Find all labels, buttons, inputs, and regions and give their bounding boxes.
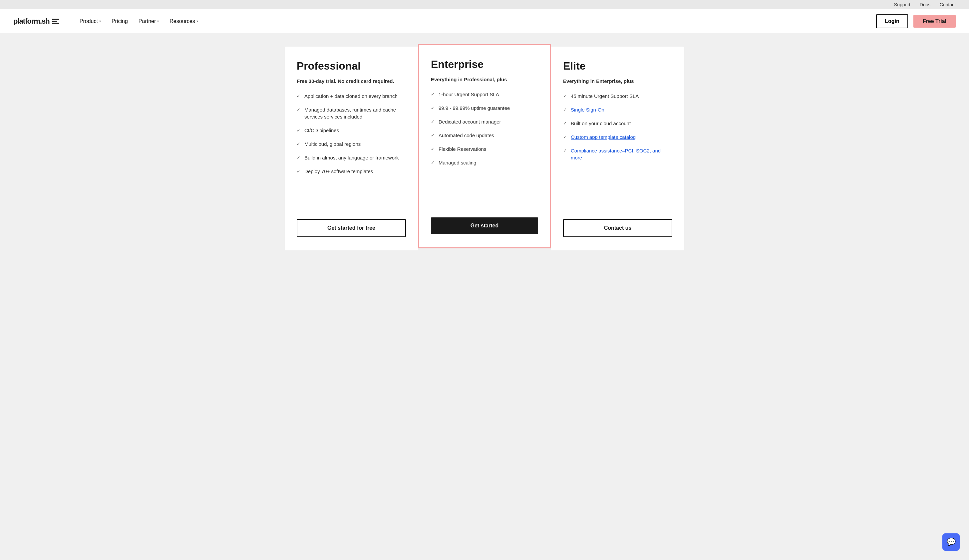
check-icon: ✓	[297, 168, 300, 174]
list-item: ✓ Compliance assistance–PCI, SOC2, and m…	[563, 147, 672, 161]
check-icon: ✓	[297, 141, 300, 147]
plan-name-elite: Elite	[563, 60, 672, 72]
check-icon: ✓	[563, 107, 567, 113]
list-item: ✓ Multicloud, global regions	[297, 141, 406, 148]
contact-us-button[interactable]: Contact us	[563, 219, 672, 237]
logo[interactable]: platform.sh	[13, 17, 59, 26]
check-icon: ✓	[431, 133, 435, 138]
check-icon: ✓	[297, 93, 300, 99]
feature-list-enterprise: ✓ 1-hour Urgent Support SLA ✓ 99.9 - 99.…	[431, 91, 538, 204]
check-icon: ✓	[563, 121, 567, 126]
plan-name-enterprise: Enterprise	[431, 58, 538, 71]
get-started-button[interactable]: Get started	[431, 218, 538, 234]
feature-list-elite: ✓ 45 minute Urgent Support SLA ✓ Single …	[563, 93, 672, 206]
check-icon: ✓	[297, 107, 300, 113]
plan-subtitle-elite: Everything in Enterprise, plus	[563, 78, 672, 85]
get-started-free-button[interactable]: Get started for free	[297, 219, 406, 237]
nav-pricing[interactable]: Pricing	[107, 16, 133, 27]
list-item: ✓ 99.9 - 99.99% uptime guarantee	[431, 105, 538, 111]
list-item: ✓ Dedicated account manager	[431, 118, 538, 125]
list-item: ✓ 1-hour Urgent Support SLA	[431, 91, 538, 98]
check-icon: ✓	[297, 128, 300, 133]
top-bar: Support Docs Contact	[0, 0, 969, 9]
list-item: ✓ Automated code updates	[431, 132, 538, 139]
check-icon: ✓	[563, 93, 567, 99]
plan-subtitle-enterprise: Everything in Professional, plus	[431, 76, 538, 83]
nav-product[interactable]: Product ▾	[75, 16, 106, 27]
check-icon: ✓	[431, 91, 435, 98]
chevron-down-icon: ▾	[157, 19, 159, 23]
docs-link[interactable]: Docs	[920, 2, 931, 7]
list-item: ✓ Built on your cloud account	[563, 120, 672, 127]
chevron-down-icon: ▾	[196, 19, 198, 23]
navbar: platform.sh Product ▾ Pricing Partner ▾ …	[0, 9, 969, 33]
contact-link[interactable]: Contact	[940, 2, 956, 7]
plan-professional: Professional Free 30-day trial. No credi…	[285, 47, 418, 250]
nav-resources[interactable]: Resources ▾	[165, 16, 203, 27]
login-button[interactable]: Login	[876, 14, 908, 28]
pricing-grid: Professional Free 30-day trial. No credi…	[285, 47, 684, 250]
compliance-link[interactable]: Compliance assistance–PCI, SOC2, and mor…	[571, 147, 672, 161]
custom-app-template-link[interactable]: Custom app template catalog	[571, 133, 636, 141]
check-icon: ✓	[431, 105, 435, 111]
list-item: ✓ Single Sign-On	[563, 106, 672, 113]
logo-text: platform.sh	[13, 17, 50, 26]
plan-enterprise: Enterprise Everything in Professional, p…	[418, 44, 551, 248]
list-item: ✓ Managed scaling	[431, 159, 538, 166]
nav-links: Product ▾ Pricing Partner ▾ Resources ▾	[75, 16, 876, 27]
list-item: ✓ Deploy 70+ software templates	[297, 168, 406, 175]
chevron-down-icon: ▾	[99, 19, 101, 23]
nav-actions: Login Free Trial	[876, 14, 956, 28]
free-trial-button[interactable]: Free Trial	[913, 15, 956, 28]
plan-subtitle-professional: Free 30-day trial. No credit card requir…	[297, 78, 406, 85]
nav-partner[interactable]: Partner ▾	[134, 16, 163, 27]
list-item: ✓ Managed databases, runtimes and cache …	[297, 106, 406, 120]
support-link[interactable]: Support	[894, 2, 911, 7]
check-icon: ✓	[297, 155, 300, 161]
check-icon: ✓	[431, 160, 435, 166]
main-content: Professional Free 30-day trial. No credi…	[251, 33, 718, 270]
list-item: ✓ Application + data cloned on every bra…	[297, 93, 406, 100]
list-item: ✓ 45 minute Urgent Support SLA	[563, 93, 672, 100]
logo-icon	[52, 19, 59, 24]
list-item: ✓ CI/CD pipelines	[297, 127, 406, 134]
list-item: ✓ Build in almost any language or framew…	[297, 154, 406, 161]
check-icon: ✓	[563, 134, 567, 140]
list-item: ✓ Custom app template catalog	[563, 133, 672, 141]
single-sign-on-link[interactable]: Single Sign-On	[571, 106, 604, 113]
check-icon: ✓	[431, 146, 435, 152]
plan-name-professional: Professional	[297, 60, 406, 72]
plan-elite: Elite Everything in Enterprise, plus ✓ 4…	[551, 47, 684, 250]
list-item: ✓ Flexible Reservations	[431, 146, 538, 153]
check-icon: ✓	[563, 148, 567, 154]
feature-list-professional: ✓ Application + data cloned on every bra…	[297, 93, 406, 206]
check-icon: ✓	[431, 119, 435, 125]
